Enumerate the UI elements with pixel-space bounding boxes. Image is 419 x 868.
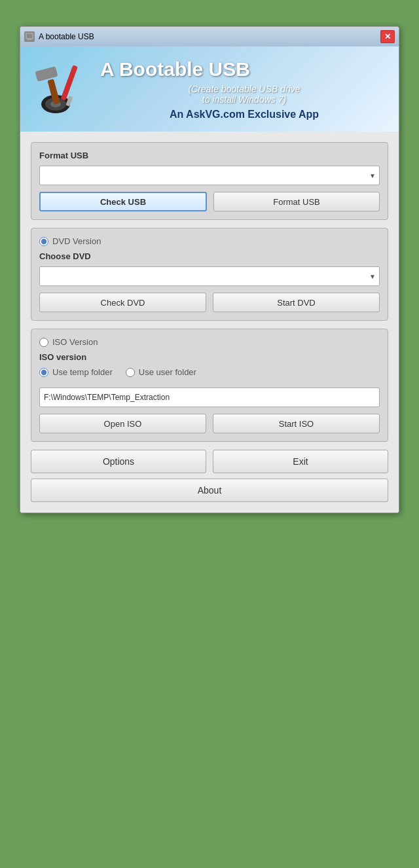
bottom-buttons-row: Options Exit [31, 450, 388, 473]
main-window: A bootable USB ✕ A Bootable USB (Create … [20, 26, 399, 513]
svg-rect-0 [26, 33, 33, 39]
format-usb-section: Format USB ▼ Check USB Format USB [31, 142, 388, 220]
banner-title: A Bootable USB [100, 58, 388, 81]
format-usb-btn-row: Check USB Format USB [39, 192, 380, 211]
iso-section: ISO Version ISO version Use temp folder … [31, 329, 388, 442]
close-button[interactable]: ✕ [380, 30, 395, 43]
svg-rect-1 [27, 39, 31, 40]
user-folder-radio[interactable] [126, 368, 135, 377]
iso-path-input[interactable] [39, 388, 380, 407]
app-logo-icon [31, 60, 90, 118]
exit-button[interactable]: Exit [213, 450, 388, 473]
title-bar: A bootable USB ✕ [20, 27, 399, 46]
iso-folder-radio-row: Use temp folder Use user folder [39, 367, 380, 382]
open-iso-button[interactable]: Open ISO [39, 414, 206, 433]
iso-section-label: ISO version [39, 352, 380, 362]
temp-folder-radio[interactable] [39, 368, 48, 377]
format-usb-dropdown-wrapper: ▼ [39, 166, 380, 185]
format-usb-label: Format USB [39, 151, 380, 160]
dvd-section: DVD Version Choose DVD ▼ Check DVD Start… [31, 228, 388, 321]
check-dvd-button[interactable]: Check DVD [39, 293, 206, 312]
iso-version-radio[interactable] [39, 338, 48, 347]
start-iso-button[interactable]: Start ISO [213, 414, 380, 433]
choose-dvd-label: Choose DVD [39, 251, 380, 261]
banner-text-block: A Bootable USB (Create bootable USB driv… [100, 58, 388, 120]
format-usb-button[interactable]: Format USB [213, 192, 380, 211]
title-bar-left: A bootable USB [24, 31, 94, 42]
choose-dvd-dropdown[interactable] [39, 266, 380, 286]
main-content: Format USB ▼ Check USB Format USB DVD Ve… [20, 132, 399, 513]
header-banner: A Bootable USB (Create bootable USB driv… [20, 46, 399, 132]
dvd-version-radio-label[interactable]: DVD Version [39, 236, 380, 246]
start-dvd-button[interactable]: Start DVD [213, 293, 380, 312]
dvd-version-label: DVD Version [52, 236, 101, 246]
temp-folder-label: Use temp folder [52, 367, 113, 377]
iso-version-label: ISO Version [52, 337, 98, 347]
window-icon [24, 31, 35, 42]
check-usb-button[interactable]: Check USB [39, 192, 207, 211]
svg-rect-6 [35, 66, 58, 82]
banner-exclusive: An AskVG.com Exclusive App [100, 109, 388, 120]
dvd-version-radio[interactable] [39, 237, 48, 246]
format-usb-dropdown[interactable] [39, 166, 380, 185]
window-title: A bootable USB [39, 32, 94, 41]
options-button[interactable]: Options [31, 450, 206, 473]
iso-version-radio-label[interactable]: ISO Version [39, 337, 380, 347]
banner-subtitle: (Create bootable USB driveto install Win… [100, 84, 388, 105]
dvd-btn-row: Check DVD Start DVD [39, 293, 380, 312]
user-folder-radio-label[interactable]: Use user folder [126, 367, 196, 377]
svg-rect-7 [61, 65, 78, 100]
choose-dvd-dropdown-wrapper: ▼ [39, 266, 380, 286]
user-folder-label: Use user folder [139, 367, 196, 377]
temp-folder-radio-label[interactable]: Use temp folder [39, 367, 113, 377]
about-button[interactable]: About [31, 479, 388, 502]
iso-btn-row: Open ISO Start ISO [39, 414, 380, 433]
